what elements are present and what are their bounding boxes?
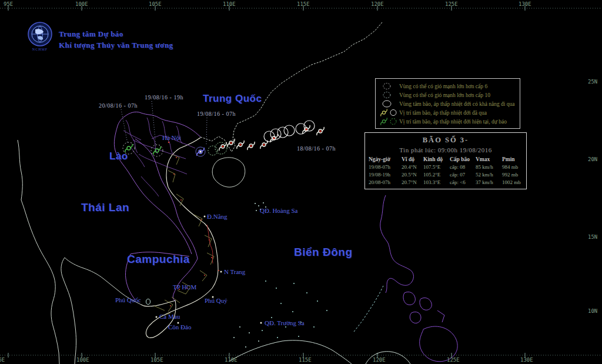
lat-label-right: 25N xyxy=(588,79,597,85)
legend-row: Vùng có thể có gió mạnh lớn hơn cấp 6 xyxy=(379,82,517,91)
place-label-nhatrang: N Trang xyxy=(224,268,245,275)
col-header: Cấp bão xyxy=(450,156,476,162)
lat-label-right: 20N xyxy=(588,156,597,162)
legend-row: Vùng tâm bão, áp thấp nhiệt đới có khả n… xyxy=(379,99,517,108)
table-cell: 37 km/h xyxy=(476,179,502,185)
lon-label-bottom: 125E xyxy=(447,357,460,363)
track-date-label: 18/08/16 - 07h xyxy=(297,145,336,152)
region-label-laos: Lào xyxy=(109,151,128,162)
table-cell: 19/08-19h xyxy=(369,172,402,178)
region-label-thailand: Thái Lan xyxy=(81,201,129,214)
palawan-island xyxy=(354,286,383,332)
table-cell: cấp: <6 xyxy=(450,179,476,185)
storm-path-zone-icon xyxy=(379,99,399,108)
legend-row: Vùng có thể có gió mạnh lớn hơn cấp 10 xyxy=(379,91,517,99)
table-cell: 20.5°N xyxy=(402,172,423,178)
lon-label-top: 100E xyxy=(75,1,88,7)
place-label-truongsa: QĐ. Trường Sa xyxy=(265,319,305,326)
past-position-icon xyxy=(379,108,399,117)
lon-label-bottom: 130E xyxy=(520,357,533,363)
table-cell: 984 mb xyxy=(502,164,524,170)
lon-label-top: 120E xyxy=(371,1,384,7)
place-label-phuquy: Phú Quý xyxy=(205,297,228,304)
lat-label-right: 10N xyxy=(588,308,597,314)
table-cell: 19/08-07h xyxy=(369,164,402,170)
lon-label-top: 110E xyxy=(223,1,236,7)
table-cell: 52 km/h xyxy=(476,172,502,178)
lon-label-bottom: 100E xyxy=(76,357,89,363)
place-label-tphcm: TP HCM xyxy=(173,283,196,290)
table-cell: cấp: 07 xyxy=(450,172,476,178)
lon-label-top: 125E xyxy=(445,1,458,7)
lon-label-bottom: 120E xyxy=(373,357,386,363)
place-label-phuquoc: Phú Quốc xyxy=(115,296,141,303)
region-label-east-sea: Biển Đông xyxy=(294,246,353,259)
agency-name-line2: Khí tượng Thủy văn Trung ương xyxy=(59,39,173,51)
col-header: Vmax xyxy=(476,156,502,162)
table-cell: 1002 mb xyxy=(502,179,524,185)
table-cell: 20/08-07h xyxy=(369,179,402,185)
region-label-cambodia: Campuchia xyxy=(127,253,190,266)
wind-zone-cap6-icon xyxy=(379,82,399,91)
north-vietnam-detail xyxy=(123,118,195,196)
track-date-label: 19/08/16 - 07h xyxy=(197,111,236,117)
col-header: Pmin xyxy=(502,156,524,162)
legend-row: Vị trí tâm bão, áp thấp nhiệt đới hiện t… xyxy=(379,117,517,126)
natuna-islands xyxy=(233,326,259,348)
track-date-label: 20/08/16 - 07h xyxy=(99,102,138,109)
bulletin-table: Ngày-giờ Vĩ độ Kinh độ Cấp bão Vmax Pmin… xyxy=(369,156,523,185)
table-cell: 107.5°E xyxy=(423,164,450,170)
place-label-hanoi: Hà Nội xyxy=(162,134,181,141)
lat-label-right: 15N xyxy=(588,234,597,240)
storm-track xyxy=(121,101,324,156)
table-cell: 85 km/h xyxy=(476,164,502,170)
track-date-label: 19/08/16 - 19h xyxy=(145,94,183,101)
china-coastline xyxy=(200,22,382,152)
province-borders xyxy=(154,154,214,318)
logo-caption: NCHMF xyxy=(27,48,53,51)
place-label-condao: Côn Đảo xyxy=(168,323,191,330)
col-header: Ngày-giờ xyxy=(369,156,402,162)
col-header: Kinh độ xyxy=(423,156,450,162)
weather-map-canvas: NCHMF Trung tâm Dự báo Khí tượng Thủy vă… xyxy=(0,0,602,364)
region-label-china: Trung Quốc xyxy=(203,93,262,105)
junction-dots xyxy=(168,142,219,306)
myanmar-thailand-coastline xyxy=(18,140,59,364)
place-label-camau: Cà Mau xyxy=(159,313,180,320)
wind-zone-cap10-icon xyxy=(379,91,399,99)
spratly-islands xyxy=(262,280,327,338)
agency-name-line1: Trung tâm Dự báo xyxy=(59,28,123,39)
lon-label-bottom: 115E xyxy=(299,357,312,363)
table-cell: 992 mb xyxy=(502,172,524,178)
vietnam-coastline xyxy=(141,138,218,338)
table-cell: cấp: 08 xyxy=(450,164,476,170)
table-cell: 20.7°N xyxy=(402,179,423,185)
bulletin-box: BÃO SỐ 3- Tin phát lúc: 09:00h 19/08/201… xyxy=(364,132,527,189)
table-cell: 20.4°N xyxy=(402,164,423,170)
lon-label-top: 130E xyxy=(519,1,531,7)
lon-label-bottom: 95E xyxy=(0,357,5,363)
place-label-hoangsa: QĐ. Hoàng Sa xyxy=(260,207,297,214)
col-header: Vĩ độ xyxy=(402,156,423,162)
current-forecast-position-icon xyxy=(379,117,399,126)
gulf-coastline xyxy=(61,258,141,364)
lon-label-bottom: 110E xyxy=(225,357,238,363)
table-cell: 103.3°E xyxy=(423,179,450,185)
bulletin-issued: Tin phát lúc: 09:00h 19/08/2016 xyxy=(369,146,523,153)
hainan-island xyxy=(212,158,245,187)
legend-box: Vùng có thể có gió mạnh lớn hơn cấp 6 Vù… xyxy=(375,78,520,129)
lon-label-top: 105E xyxy=(149,1,162,7)
lon-label-bottom: 105E xyxy=(150,357,163,363)
legend-row: Vị trí tâm bão, áp thấp nhiệt đới đã qua xyxy=(379,108,517,117)
agency-logo: NCHMF xyxy=(27,21,53,51)
lon-label-top: 115E xyxy=(297,1,310,7)
bulletin-title: BÃO SỐ 3- xyxy=(369,136,523,145)
philippines-coastline xyxy=(380,195,457,362)
table-cell: 105.2°E xyxy=(423,172,450,178)
lon-label-top: 95E xyxy=(4,1,13,7)
place-label-danang: Đ.Nẵng xyxy=(207,213,228,220)
